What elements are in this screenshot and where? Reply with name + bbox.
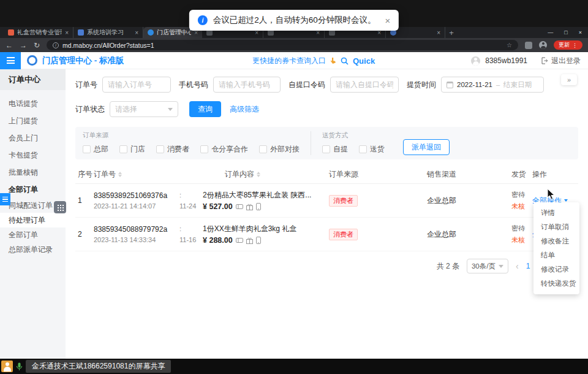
col-order-content[interactable]: 订单内容	[203, 169, 324, 180]
sidebar: 订单中心 电话提货 上门提货 会员上门 卡包提货 批量核销 全部订单 同城配送订…	[0, 69, 66, 359]
pointer-icon	[330, 57, 336, 64]
tab-label: 礼盒营销专业管理中心	[17, 28, 62, 37]
microphone-icon[interactable]	[16, 362, 23, 371]
order-status-select[interactable]: 请选择	[110, 101, 178, 117]
sidebar-item-hq-dispatch-records[interactable]: 总部派单记录	[0, 242, 66, 257]
menu-item-details[interactable]: 详情	[533, 206, 579, 220]
order-no-input[interactable]	[102, 77, 171, 93]
filter-row-1: 订单号 手机号码 自提口令码 提货时间	[75, 77, 578, 93]
prev-page-button[interactable]: ‹	[516, 261, 519, 271]
actions-dropdown-menu: 详情 订单取消 修改备注 结单 修改记录 转快递发货	[533, 202, 579, 294]
checkbox-external[interactable]: 外部对接	[259, 144, 300, 155]
checkbox-warehouse-share[interactable]: 仓分享合作	[200, 144, 248, 155]
extensions-icon[interactable]	[525, 42, 532, 49]
search-icon	[341, 57, 349, 65]
dispatch-return-button[interactable]: 派单退回	[403, 139, 450, 155]
checkbox-box[interactable]	[156, 145, 164, 153]
date-end-placeholder: 结束日期	[503, 80, 532, 90]
checkbox-box[interactable]	[322, 145, 330, 153]
sidebar-item-member-visit[interactable]: 会员上门	[0, 129, 66, 147]
tab-label: 系统培训学习	[87, 28, 132, 37]
tab-close-icon[interactable]: ×	[65, 29, 69, 36]
maximize-icon[interactable]: □	[564, 29, 567, 36]
date-range-picker[interactable]: 2022-11-21 – 结束日期	[441, 77, 544, 93]
main-content: 订单号 手机号码 自提口令码 提货时间	[66, 69, 588, 359]
sort-icon[interactable]	[257, 172, 260, 177]
app-logo	[27, 55, 37, 66]
advanced-filter-link[interactable]: 高级筛选	[230, 104, 259, 115]
window-close-icon[interactable]: ×	[579, 29, 582, 36]
search-button[interactable]: 查询	[189, 101, 221, 117]
tab-favicon	[148, 29, 154, 36]
current-page[interactable]: 1	[526, 262, 530, 270]
notification-close-icon[interactable]: ×	[385, 15, 390, 26]
hamburger-menu-button[interactable]	[0, 52, 21, 69]
menu-item-cancel-order[interactable]: 订单取消	[533, 220, 579, 234]
checkbox-consumer[interactable]: 消费者	[156, 144, 189, 155]
mouse-cursor	[547, 188, 555, 202]
checkbox-box[interactable]	[119, 145, 127, 153]
quick-search-link[interactable]: 更快捷的券卡查询入口	[252, 56, 326, 66]
browser-tab[interactable]: 系统培训学习 ×	[74, 27, 143, 38]
floating-menu-handle[interactable]	[0, 193, 10, 205]
menu-item-express-ship[interactable]: 转快递发货	[533, 277, 579, 291]
sidebar-item-door-pickup[interactable]: 上门提货	[0, 112, 66, 129]
checkbox-self-pickup[interactable]: 自提	[322, 144, 348, 155]
forward-icon[interactable]: →	[20, 42, 27, 49]
profile-icon[interactable]	[539, 41, 547, 49]
pickup-time-label: 提货时间	[407, 80, 436, 90]
logout-button[interactable]: 退出登录	[541, 56, 581, 66]
select-placeholder: 请选择	[115, 104, 137, 115]
app-body: 订单中心 电话提货 上门提货 会员上门 卡包提货 批量核销 全部订单 同城配送订…	[0, 69, 588, 359]
screen-share-label: 金禾通技术王斌18662591081的屏幕共享	[26, 360, 171, 373]
date-separator: –	[496, 81, 500, 88]
logout-icon	[541, 57, 548, 64]
minimize-icon[interactable]: —	[548, 29, 553, 36]
new-tab-button[interactable]: +	[445, 27, 458, 38]
consumer-tag: 消费者	[329, 229, 358, 240]
sidebar-item-card-pickup[interactable]: 卡包提货	[0, 147, 66, 164]
pagination-total: 共 2 条	[437, 261, 459, 272]
sidebar-item-all-orders[interactable]: 全部订单	[0, 227, 66, 242]
sidebar-item-phone-pickup[interactable]: 电话提货	[0, 95, 66, 112]
floating-grid-widget[interactable]	[54, 201, 66, 213]
menu-item-close-order[interactable]: 结单	[533, 248, 579, 262]
menu-item-edit-note[interactable]: 修改备注	[533, 234, 579, 248]
panel-collapse-button[interactable]: »	[561, 74, 577, 85]
col-order-source: 订单来源	[324, 169, 422, 180]
browser-tab[interactable]: 礼盒营销专业管理中心 ×	[4, 27, 74, 38]
browser-menu-icon[interactable]: ⋮	[572, 42, 578, 48]
checkbox-box[interactable]	[359, 145, 367, 153]
date-start-value: 2022-11-21	[457, 81, 492, 88]
sidebar-item-pending-orders[interactable]: 待处理订单	[0, 213, 66, 227]
sidebar-item-batch-verify[interactable]: 批量核销	[0, 164, 66, 181]
app-title: 门店管理中心 - 标准版	[42, 55, 124, 66]
checkbox-box[interactable]	[259, 145, 267, 153]
checkbox-delivery[interactable]: 送货	[359, 144, 385, 155]
tab-close-icon[interactable]: ×	[437, 29, 440, 36]
checkbox-box[interactable]	[200, 145, 208, 153]
browser-toolbar: ← → ↻ i md.maboy.cn/AllOrder?status=1 ☆ …	[0, 38, 588, 52]
checkbox-store[interactable]: 门店	[119, 144, 145, 155]
checkbox-box[interactable]	[83, 145, 91, 153]
cell-order-no: 83859345088979792a 2023-11-13 14:33:34	[94, 225, 179, 243]
sort-icon[interactable]	[118, 172, 122, 177]
username[interactable]: 8385wb1991	[485, 56, 527, 65]
col-order-no[interactable]: 订单号	[94, 169, 179, 180]
calendar-icon	[447, 82, 453, 88]
source-filter-panel: 订单来源 总部 门店 消费者 仓分享合作 外部对接 送货方式 自	[75, 127, 578, 159]
pickup-code-input[interactable]	[330, 77, 399, 93]
orders-table: 序号 订单号 订单内容 订单来源 销售渠道 发货 操作	[75, 166, 578, 251]
site-info-icon[interactable]: i	[53, 42, 59, 48]
phone-input[interactable]	[213, 77, 281, 93]
page-size-select[interactable]: 30条/页	[467, 259, 508, 273]
bookmark-star-icon[interactable]: ☆	[507, 42, 512, 48]
menu-item-edit-history[interactable]: 修改记录	[533, 262, 579, 277]
tab-close-icon[interactable]: ×	[135, 29, 138, 36]
reload-icon[interactable]: ↻	[34, 42, 40, 49]
back-icon[interactable]: ←	[6, 42, 13, 49]
checkbox-hq[interactable]: 总部	[83, 144, 108, 155]
meeting-message: 会议已超过2人，自动转为60分钟限时会议。	[213, 15, 376, 26]
browser-update-button[interactable]: 更新 ⋮	[554, 40, 582, 50]
address-bar[interactable]: i md.maboy.cn/AllOrder?status=1 ☆	[47, 40, 518, 50]
